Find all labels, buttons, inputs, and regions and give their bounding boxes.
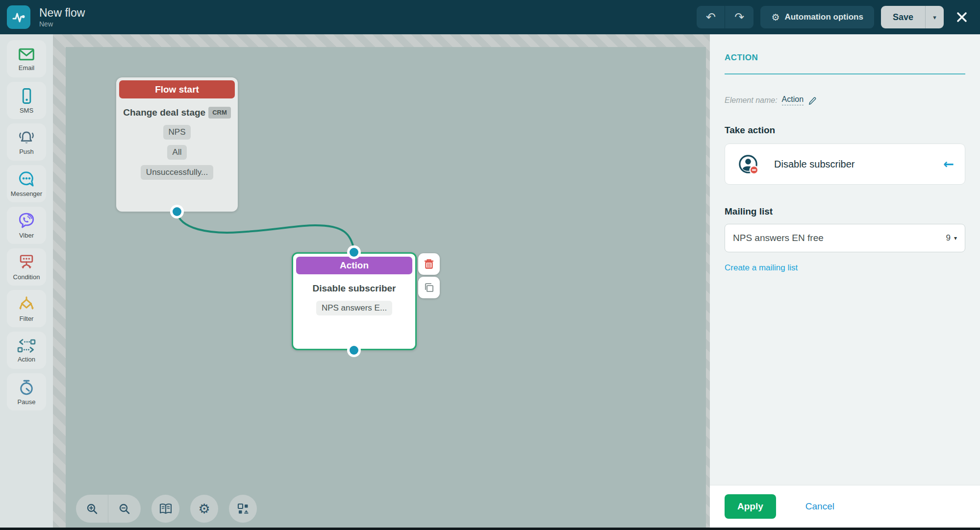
flow-builder-app: New flow New ↶ ↷ ⚙ Automation options Sa… (0, 0, 980, 530)
undo-icon: ↶ (706, 10, 716, 24)
chevron-down-icon: ▾ (954, 235, 957, 241)
duplicate-node-button[interactable] (418, 277, 440, 298)
mailing-list-value: NPS answers EN free (733, 233, 824, 243)
gear-icon: ⚙ (771, 12, 779, 23)
flow-titles: New flow New (39, 6, 85, 28)
pause-timer-icon (17, 378, 36, 397)
delete-node-button[interactable] (418, 253, 440, 275)
sidebar-item-label: Push (19, 148, 34, 155)
chevron-down-icon: ▾ (933, 14, 936, 21)
undo-redo-group: ↶ ↷ (697, 6, 754, 28)
crm-badge: CRM (208, 107, 231, 119)
sidebar-item-label: Condition (13, 273, 40, 281)
flow-start-badge-stage: Unsuccessfully... (141, 165, 213, 180)
topbar-actions: ↶ ↷ ⚙ Automation options Save ▾ (697, 6, 968, 28)
action-node-input-connector[interactable] (350, 248, 358, 257)
flow-start-node-body: Change deal stageCRM NPS All Unsuccessfu… (116, 101, 238, 185)
gear-icon: ⚙ (198, 501, 210, 516)
cancel-button[interactable]: Cancel (805, 501, 834, 512)
automation-options-button[interactable]: ⚙ Automation options (760, 6, 874, 28)
flow-title: New flow (39, 6, 85, 19)
action-node-badge: NPS answers E... (316, 301, 392, 315)
panel-footer: Apply Cancel (710, 485, 980, 528)
sidebar-item-label: Pause (18, 398, 36, 406)
window-bottom-edge (0, 528, 980, 530)
mailing-list-count: 9 (946, 233, 951, 243)
element-name-label: Element name: (725, 96, 778, 105)
action-node-header: Action (296, 257, 412, 274)
save-split-button: Save ▾ (881, 6, 944, 28)
action-node-output-connector[interactable] (350, 346, 358, 355)
save-button[interactable]: Save (881, 6, 925, 28)
sidebar-item-label: Messenger (11, 190, 42, 197)
redo-icon: ↷ (734, 10, 744, 24)
sms-phone-icon (18, 87, 35, 105)
sidebar-item-pause[interactable]: Pause (7, 373, 46, 410)
create-mailing-list-link[interactable]: Create a mailing list (725, 263, 798, 273)
action-icon (17, 337, 36, 354)
zoom-in-button[interactable] (76, 495, 108, 523)
action-node-selected[interactable]: Action Disable subscriber NPS answers E.… (292, 252, 417, 350)
flow-start-badge-all: All (167, 145, 187, 160)
back-arrow-icon[interactable]: ← (943, 157, 954, 171)
push-bell-icon (17, 129, 36, 146)
zoom-in-icon (86, 503, 99, 515)
zoom-out-icon (118, 503, 131, 515)
disable-subscriber-icon (736, 152, 760, 176)
edit-pencil-icon[interactable] (808, 96, 817, 105)
redo-button[interactable]: ↷ (725, 6, 754, 28)
copy-icon (424, 282, 434, 293)
close-button[interactable] (955, 11, 968, 24)
save-dropdown-button[interactable]: ▾ (925, 6, 944, 28)
panel-divider (725, 73, 965, 74)
undo-button[interactable]: ↶ (697, 6, 725, 28)
flow-map-button[interactable] (229, 495, 257, 523)
flow-start-badge-nps: NPS (163, 125, 191, 140)
element-sidebar: Email SMS Push Me (0, 34, 53, 530)
action-node-body: Disable subscriber NPS answers E... (293, 277, 415, 320)
automation-options-label: Automation options (784, 12, 863, 22)
flow-start-node[interactable]: Flow start Change deal stageCRM NPS All … (116, 77, 238, 212)
sidebar-item-sms[interactable]: SMS (7, 82, 46, 119)
mailing-list-meta: 9 ▾ (946, 233, 957, 243)
element-name-row: Element name: Action (725, 95, 965, 105)
viber-icon (17, 212, 36, 230)
action-node-title: Disable subscriber (300, 282, 408, 295)
action-card-label: Disable subscriber (774, 159, 855, 170)
take-action-label: Take action (725, 125, 965, 136)
sidebar-item-label: Email (19, 64, 35, 72)
flow-canvas[interactable]: Flow start Change deal stageCRM NPS All … (53, 34, 710, 530)
guide-button[interactable] (151, 495, 179, 523)
canvas-settings-button[interactable]: ⚙ (190, 495, 218, 523)
flow-subtitle: New (39, 20, 85, 28)
sidebar-item-label: Viber (19, 232, 34, 239)
flow-map-icon (237, 503, 250, 515)
filter-icon (17, 295, 36, 313)
selected-action-card[interactable]: Disable subscriber ← (725, 144, 965, 185)
sidebar-item-push[interactable]: Push (7, 123, 46, 161)
sidebar-item-email[interactable]: Email (7, 40, 46, 77)
sidebar-item-condition[interactable]: Condition (7, 248, 46, 286)
flow-start-node-header: Flow start (119, 80, 235, 98)
close-icon (955, 11, 968, 24)
sidebar-item-label: Filter (20, 315, 34, 322)
book-icon (159, 503, 173, 515)
flow-start-title-text: Change deal stage (123, 107, 205, 118)
sidebar-item-viber[interactable]: Viber (7, 207, 46, 244)
sidebar-item-action[interactable]: Action (7, 332, 46, 369)
pulse-icon (11, 9, 26, 25)
condition-icon (17, 253, 36, 272)
settings-panel: ACTION Element name: Action Take action (710, 34, 980, 530)
flow-start-output-connector[interactable] (173, 207, 181, 216)
topbar: New flow New ↶ ↷ ⚙ Automation options Sa… (0, 0, 980, 34)
sidebar-item-messenger[interactable]: Messenger (7, 165, 46, 202)
element-name-value[interactable]: Action (782, 95, 804, 105)
sidebar-item-label: Action (18, 356, 35, 363)
zoom-out-button[interactable] (108, 495, 141, 523)
mailing-list-select[interactable]: NPS answers EN free 9 ▾ (725, 224, 965, 252)
apply-button[interactable]: Apply (725, 494, 776, 519)
mailing-list-label: Mailing list (725, 206, 965, 217)
canvas-controls: ⚙ (76, 495, 257, 523)
zoom-control-group (76, 495, 141, 523)
sidebar-item-filter[interactable]: Filter (7, 290, 46, 327)
